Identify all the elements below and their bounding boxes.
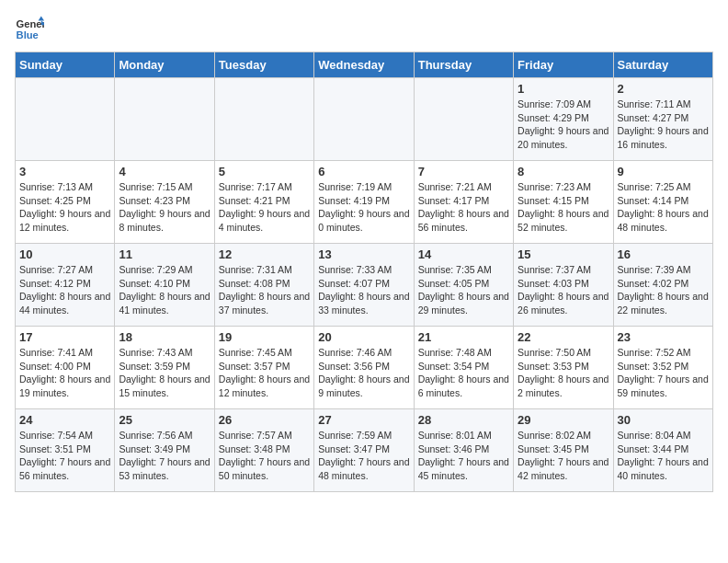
day-number: 22: [518, 330, 609, 344]
day-number: 11: [119, 247, 210, 261]
day-number: 30: [618, 413, 709, 427]
day-cell: 9Sunrise: 7:25 AM Sunset: 4:14 PM Daylig…: [613, 161, 712, 244]
day-cell: [214, 78, 313, 161]
day-number: 26: [219, 413, 310, 427]
week-row-3: 10Sunrise: 7:27 AM Sunset: 4:12 PM Dayli…: [16, 244, 713, 327]
col-header-friday: Friday: [514, 52, 613, 78]
day-number: 27: [318, 413, 409, 427]
logo-icon: General Blue: [15, 15, 44, 44]
day-number: 2: [618, 82, 709, 96]
day-cell: 20Sunrise: 7:46 AM Sunset: 3:56 PM Dayli…: [314, 327, 414, 409]
day-info: Sunrise: 7:09 AM Sunset: 4:29 PM Dayligh…: [518, 98, 609, 152]
day-info: Sunrise: 7:35 AM Sunset: 4:05 PM Dayligh…: [418, 263, 509, 317]
calendar-table: SundayMondayTuesdayWednesdayThursdayFrid…: [15, 52, 713, 492]
day-info: Sunrise: 7:17 AM Sunset: 4:21 PM Dayligh…: [219, 180, 310, 235]
day-info: Sunrise: 7:39 AM Sunset: 4:02 PM Dayligh…: [618, 263, 709, 317]
day-info: Sunrise: 7:21 AM Sunset: 4:17 PM Dayligh…: [418, 180, 509, 235]
day-cell: 11Sunrise: 7:29 AM Sunset: 4:10 PM Dayli…: [115, 244, 214, 327]
day-cell: [314, 78, 414, 161]
day-number: 8: [518, 165, 609, 178]
day-info: Sunrise: 7:59 AM Sunset: 3:47 PM Dayligh…: [318, 429, 409, 483]
day-number: 4: [119, 165, 210, 178]
day-number: 23: [618, 330, 709, 344]
day-number: 20: [318, 330, 409, 344]
day-number: 12: [219, 247, 310, 261]
day-cell: 21Sunrise: 7:48 AM Sunset: 3:54 PM Dayli…: [414, 327, 513, 409]
day-cell: [115, 78, 214, 161]
day-cell: 29Sunrise: 8:02 AM Sunset: 3:45 PM Dayli…: [514, 409, 613, 492]
week-row-2: 3Sunrise: 7:13 AM Sunset: 4:25 PM Daylig…: [16, 161, 713, 244]
day-cell: 16Sunrise: 7:39 AM Sunset: 4:02 PM Dayli…: [613, 244, 712, 327]
col-header-thursday: Thursday: [414, 52, 513, 78]
day-number: 6: [318, 165, 409, 178]
day-cell: 24Sunrise: 7:54 AM Sunset: 3:51 PM Dayli…: [16, 409, 115, 492]
day-info: Sunrise: 7:33 AM Sunset: 4:07 PM Dayligh…: [318, 263, 409, 317]
day-cell: 26Sunrise: 7:57 AM Sunset: 3:48 PM Dayli…: [214, 409, 313, 492]
day-cell: 1Sunrise: 7:09 AM Sunset: 4:29 PM Daylig…: [514, 78, 613, 161]
day-info: Sunrise: 7:50 AM Sunset: 3:53 PM Dayligh…: [518, 346, 609, 400]
day-cell: [16, 78, 115, 161]
day-info: Sunrise: 7:13 AM Sunset: 4:25 PM Dayligh…: [19, 180, 110, 235]
day-info: Sunrise: 7:46 AM Sunset: 3:56 PM Dayligh…: [318, 346, 409, 400]
col-header-wednesday: Wednesday: [314, 52, 414, 78]
day-info: Sunrise: 7:48 AM Sunset: 3:54 PM Dayligh…: [418, 346, 509, 400]
day-cell: 6Sunrise: 7:19 AM Sunset: 4:19 PM Daylig…: [314, 161, 414, 244]
day-info: Sunrise: 7:54 AM Sunset: 3:51 PM Dayligh…: [19, 429, 110, 483]
day-info: Sunrise: 7:41 AM Sunset: 4:00 PM Dayligh…: [19, 346, 110, 400]
day-cell: 18Sunrise: 7:43 AM Sunset: 3:59 PM Dayli…: [115, 327, 214, 409]
day-cell: 10Sunrise: 7:27 AM Sunset: 4:12 PM Dayli…: [16, 244, 115, 327]
day-number: 24: [19, 413, 110, 427]
day-cell: 12Sunrise: 7:31 AM Sunset: 4:08 PM Dayli…: [214, 244, 313, 327]
day-info: Sunrise: 7:23 AM Sunset: 4:15 PM Dayligh…: [518, 180, 609, 235]
day-cell: [414, 78, 513, 161]
day-cell: 13Sunrise: 7:33 AM Sunset: 4:07 PM Dayli…: [314, 244, 414, 327]
day-info: Sunrise: 7:27 AM Sunset: 4:12 PM Dayligh…: [19, 263, 110, 317]
day-number: 5: [219, 165, 310, 178]
header-row: SundayMondayTuesdayWednesdayThursdayFrid…: [16, 52, 713, 78]
day-cell: 14Sunrise: 7:35 AM Sunset: 4:05 PM Dayli…: [414, 244, 513, 327]
col-header-monday: Monday: [115, 52, 214, 78]
day-info: Sunrise: 7:56 AM Sunset: 3:49 PM Dayligh…: [119, 429, 210, 483]
day-number: 19: [219, 330, 310, 344]
day-info: Sunrise: 7:15 AM Sunset: 4:23 PM Dayligh…: [119, 180, 210, 235]
day-cell: 25Sunrise: 7:56 AM Sunset: 3:49 PM Dayli…: [115, 409, 214, 492]
svg-text:Blue: Blue: [17, 29, 39, 40]
day-number: 25: [119, 413, 210, 427]
day-number: 21: [418, 330, 509, 344]
day-cell: 30Sunrise: 8:04 AM Sunset: 3:44 PM Dayli…: [613, 409, 712, 492]
day-info: Sunrise: 8:01 AM Sunset: 3:46 PM Dayligh…: [418, 429, 509, 483]
day-cell: 8Sunrise: 7:23 AM Sunset: 4:15 PM Daylig…: [514, 161, 613, 244]
day-info: Sunrise: 7:37 AM Sunset: 4:03 PM Dayligh…: [518, 263, 609, 317]
week-row-1: 1Sunrise: 7:09 AM Sunset: 4:29 PM Daylig…: [16, 78, 713, 161]
day-cell: 3Sunrise: 7:13 AM Sunset: 4:25 PM Daylig…: [16, 161, 115, 244]
day-cell: 27Sunrise: 7:59 AM Sunset: 3:47 PM Dayli…: [314, 409, 414, 492]
logo: General Blue: [15, 15, 48, 44]
day-info: Sunrise: 7:43 AM Sunset: 3:59 PM Dayligh…: [119, 346, 210, 400]
day-number: 7: [418, 165, 509, 178]
day-number: 29: [518, 413, 609, 427]
day-number: 3: [19, 165, 110, 178]
day-number: 10: [19, 247, 110, 261]
day-info: Sunrise: 7:19 AM Sunset: 4:19 PM Dayligh…: [318, 180, 409, 235]
day-cell: 7Sunrise: 7:21 AM Sunset: 4:17 PM Daylig…: [414, 161, 513, 244]
week-row-4: 17Sunrise: 7:41 AM Sunset: 4:00 PM Dayli…: [16, 327, 713, 409]
day-info: Sunrise: 8:04 AM Sunset: 3:44 PM Dayligh…: [618, 429, 709, 483]
day-cell: 2Sunrise: 7:11 AM Sunset: 4:27 PM Daylig…: [613, 78, 712, 161]
day-number: 17: [19, 330, 110, 344]
day-cell: 15Sunrise: 7:37 AM Sunset: 4:03 PM Dayli…: [514, 244, 613, 327]
col-header-sunday: Sunday: [16, 52, 115, 78]
day-cell: 17Sunrise: 7:41 AM Sunset: 4:00 PM Dayli…: [16, 327, 115, 409]
day-info: Sunrise: 7:31 AM Sunset: 4:08 PM Dayligh…: [219, 263, 310, 317]
day-number: 18: [119, 330, 210, 344]
day-info: Sunrise: 8:02 AM Sunset: 3:45 PM Dayligh…: [518, 429, 609, 483]
day-number: 28: [418, 413, 509, 427]
day-info: Sunrise: 7:57 AM Sunset: 3:48 PM Dayligh…: [219, 429, 310, 483]
day-info: Sunrise: 7:25 AM Sunset: 4:14 PM Dayligh…: [618, 180, 709, 235]
col-header-saturday: Saturday: [613, 52, 712, 78]
day-info: Sunrise: 7:52 AM Sunset: 3:52 PM Dayligh…: [618, 346, 709, 400]
day-cell: 22Sunrise: 7:50 AM Sunset: 3:53 PM Dayli…: [514, 327, 613, 409]
day-number: 16: [618, 247, 709, 261]
day-info: Sunrise: 7:11 AM Sunset: 4:27 PM Dayligh…: [618, 98, 709, 152]
week-row-5: 24Sunrise: 7:54 AM Sunset: 3:51 PM Dayli…: [16, 409, 713, 492]
day-cell: 4Sunrise: 7:15 AM Sunset: 4:23 PM Daylig…: [115, 161, 214, 244]
